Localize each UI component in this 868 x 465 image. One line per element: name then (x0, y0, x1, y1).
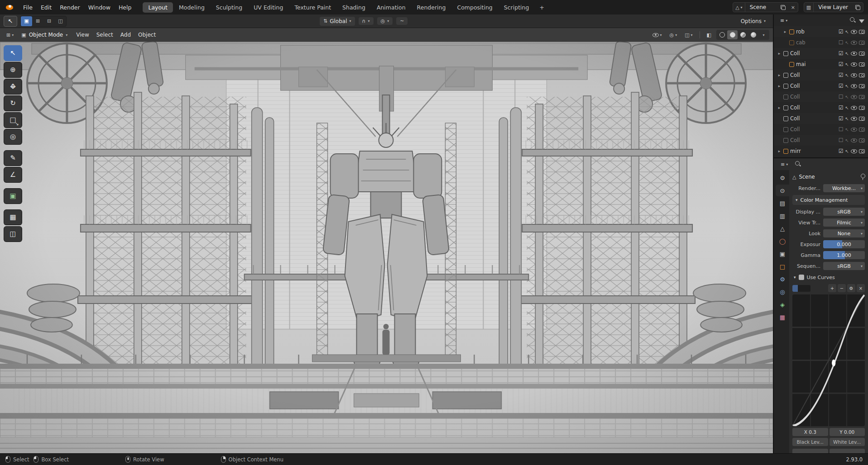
outliner-row[interactable]: Coll ☑ ↖ (774, 113, 868, 124)
selectable-icon[interactable]: ↖ (845, 62, 849, 67)
hide-eye-icon[interactable] (851, 62, 857, 66)
tab-texture[interactable]: ▦ (776, 311, 789, 323)
move-tool[interactable]: ↔ (4, 79, 22, 95)
tone-curve-editor[interactable] (792, 294, 865, 426)
render-camera-icon[interactable] (859, 117, 865, 121)
workspace-tab[interactable]: Sculpting (211, 2, 248, 13)
item-name[interactable]: Coll (790, 115, 800, 122)
tab-collection[interactable]: ▣ (776, 248, 789, 260)
exclude-checkbox[interactable]: ☑ (839, 148, 844, 154)
black-level-field[interactable]: Black Lev... (792, 438, 828, 446)
outliner-filter-button[interactable] (859, 16, 864, 25)
workspace-tab[interactable]: Layout (143, 2, 173, 13)
clipped-slider[interactable] (830, 449, 865, 453)
view-layer-name[interactable]: View Layer (814, 4, 853, 10)
new-scene-button[interactable] (778, 3, 788, 12)
scene-name[interactable]: Scene (745, 4, 778, 10)
hide-eye-icon[interactable] (851, 84, 857, 88)
property-value[interactable]: 1.000 ▾ (823, 251, 865, 259)
selectable-icon[interactable]: ↖ (845, 51, 849, 56)
item-name[interactable]: Coll (790, 137, 800, 143)
item-name[interactable]: mai (796, 61, 806, 67)
outliner-row[interactable]: Coll ☐ ↖ (774, 135, 868, 146)
workspace-tab[interactable]: Modeling (173, 2, 210, 13)
visibility-dropdown[interactable]: ▾ (650, 32, 665, 38)
selectable-icon[interactable]: ↖ (845, 29, 849, 34)
new-view-layer-button[interactable] (853, 3, 863, 12)
exclude-checkbox[interactable]: ☑ (839, 61, 844, 67)
workspace-tab[interactable]: Compositing (451, 2, 498, 13)
outliner-row[interactable]: ▸ Coll ☑ ↖ (774, 70, 868, 81)
selectable-icon[interactable]: ↖ (845, 95, 849, 100)
render-camera-icon[interactable] (859, 62, 865, 66)
tab-render[interactable]: ⊙ (776, 185, 789, 196)
workspace-tab[interactable]: Texture Paint (289, 2, 336, 13)
selectable-icon[interactable]: ↖ (845, 84, 849, 89)
outliner-row[interactable]: ▸ Coll ☑ ↖ (774, 48, 868, 59)
overlays-dropdown[interactable]: ◫ ▾ (682, 31, 695, 39)
selectable-icon[interactable]: ↖ (845, 127, 849, 132)
menu-item[interactable]: Edit (37, 2, 56, 13)
tab-constraints[interactable]: ◈ (776, 299, 789, 310)
snap-dropdown[interactable]: ∩ ▾ (359, 17, 374, 25)
render-camera-icon[interactable] (859, 84, 865, 88)
add-cube-tool[interactable]: ▣ (4, 188, 22, 204)
hide-eye-icon[interactable] (851, 128, 857, 132)
item-name[interactable]: rob (796, 28, 805, 35)
select-mode-extend[interactable]: ⊞ (32, 16, 43, 26)
tab-object[interactable]: □ (776, 261, 789, 272)
proportional-edit-dropdown[interactable]: ◎ ▾ (377, 17, 393, 25)
exclude-checkbox[interactable]: ☑ (839, 72, 844, 78)
color-management-panel-header[interactable]: ▾ Color Management (792, 195, 865, 205)
expand-arrow-icon[interactable]: ▸ (777, 105, 782, 110)
outliner-row[interactable]: Coll ☐ ↖ (774, 124, 868, 135)
property-value[interactable]: 0.000 ▾ (823, 240, 865, 248)
zoom-out-button[interactable]: − (838, 284, 846, 292)
selectable-icon[interactable]: ↖ (845, 149, 849, 154)
outliner-row[interactable]: mai ☑ ↖ (774, 59, 868, 70)
exclude-checkbox[interactable]: ☑ (839, 115, 844, 122)
extra-tool-1[interactable]: ▦ (4, 209, 22, 225)
render-camera-icon[interactable] (859, 95, 865, 99)
hide-eye-icon[interactable] (851, 41, 857, 45)
3d-viewport[interactable]: ⊞ ▾ ▣ Object Mode ▾ ViewSelectAddObject (0, 28, 773, 453)
property-value[interactable]: None ▾ (823, 229, 865, 237)
editor-type-dropdown[interactable]: ⊞ ▾ (4, 31, 16, 39)
hide-eye-icon[interactable] (851, 30, 857, 34)
delete-point-button[interactable]: × (857, 284, 865, 292)
menu-item[interactable]: Help (115, 2, 136, 13)
point-y-field[interactable]: Y 0.00 (830, 428, 865, 436)
workspace-tab[interactable]: Scripting (499, 2, 535, 13)
exclude-checkbox[interactable]: ☐ (839, 39, 844, 46)
item-name[interactable]: Coll (790, 126, 800, 133)
exclude-checkbox[interactable]: ☐ (839, 137, 844, 143)
selectable-icon[interactable]: ↖ (845, 40, 849, 45)
item-name[interactable]: Coll (790, 50, 800, 57)
transform-tool[interactable]: ◎ (4, 129, 22, 145)
shading-material-button[interactable] (738, 30, 748, 39)
selectable-icon[interactable]: ↖ (845, 138, 849, 143)
shading-dropdown[interactable]: ▾ (758, 30, 769, 39)
scale-tool[interactable]: □ (4, 112, 22, 128)
viewport-canvas[interactable] (0, 42, 773, 453)
viewport-menu-item[interactable]: Add (117, 30, 134, 39)
add-workspace-button[interactable]: + (535, 2, 548, 13)
expand-arrow-icon[interactable]: ▸ (783, 29, 787, 34)
exclude-checkbox[interactable]: ☐ (839, 126, 844, 133)
item-name[interactable]: Coll (790, 83, 800, 89)
unlink-scene-button[interactable]: × (788, 3, 798, 12)
gizmos-dropdown[interactable]: ◎ ▾ (667, 31, 680, 39)
pin-icon[interactable] (860, 174, 865, 180)
outliner-row[interactable]: ▸ rob ☑ ↖ (774, 26, 868, 37)
use-curves-checkbox[interactable] (799, 275, 804, 280)
shading-solid-button[interactable] (727, 30, 738, 39)
exclude-checkbox[interactable]: ☑ (839, 28, 844, 35)
hide-eye-icon[interactable] (851, 106, 857, 110)
measure-tool[interactable]: ∠ (4, 167, 22, 183)
render-camera-icon[interactable] (859, 106, 865, 110)
properties-editor-dropdown[interactable]: ≡ ▾ (778, 161, 791, 168)
clipped-slider[interactable] (792, 449, 828, 453)
annotate-tool[interactable]: ✎ (4, 150, 22, 166)
render-camera-icon[interactable] (859, 73, 865, 77)
menu-item[interactable]: Window (84, 2, 115, 13)
